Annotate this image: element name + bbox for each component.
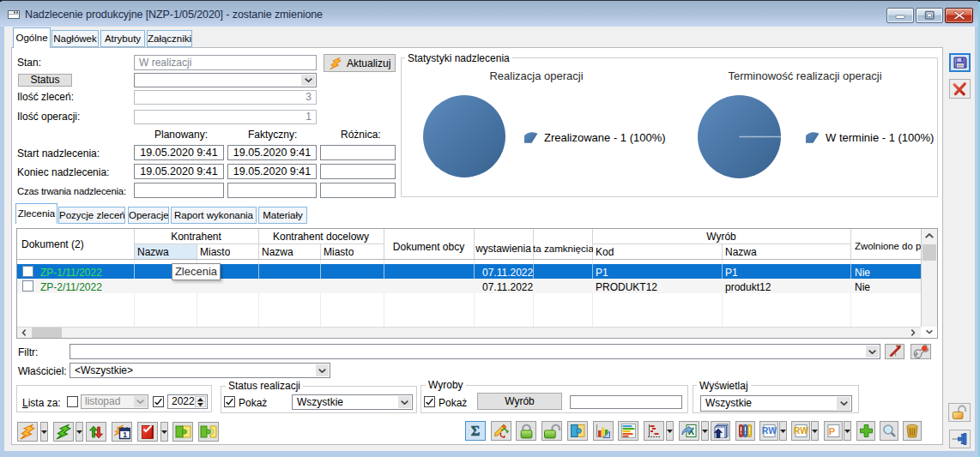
svg-text:1: 1 (123, 430, 127, 438)
svg-text:RW: RW (794, 425, 808, 436)
svg-text:RW: RW (762, 425, 777, 436)
svg-text:P: P (828, 426, 834, 436)
svg-text:Σ: Σ (471, 424, 480, 438)
